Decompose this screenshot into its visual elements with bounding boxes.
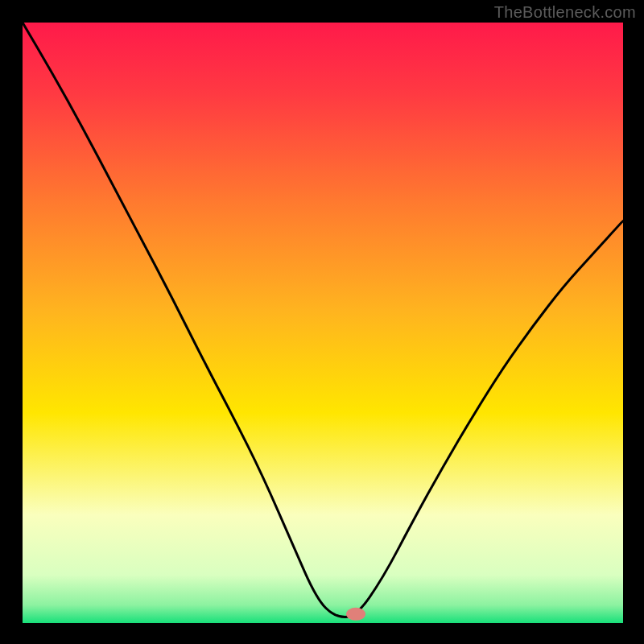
plot-area bbox=[23, 23, 623, 623]
chart-frame: TheBottleneck.com bbox=[0, 0, 644, 644]
watermark-text: TheBottleneck.com bbox=[494, 3, 636, 22]
optimum-marker bbox=[346, 608, 365, 621]
bottleneck-chart-svg bbox=[0, 0, 644, 644]
